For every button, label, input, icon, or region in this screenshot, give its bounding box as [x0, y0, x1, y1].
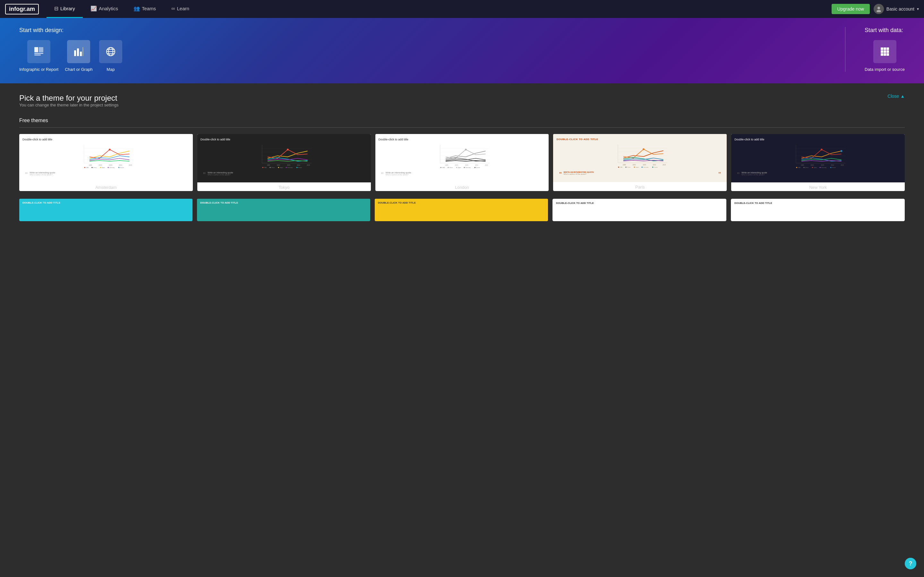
theme-card-tokyo[interactable]: Double-click to add title 1995 2000 2005… — [197, 134, 371, 191]
theme-card-partial-5[interactable]: DOUBLE-CLICK TO ADD TITLE — [731, 199, 905, 221]
start-data-label: Start with data: — [865, 27, 905, 34]
logo[interactable]: infogr.am — [5, 4, 39, 15]
svg-text:China: China — [449, 167, 453, 168]
svg-text:2015: 2015 — [307, 164, 310, 166]
new-york-name: New York — [731, 182, 905, 191]
svg-text:Germany: Germany — [821, 167, 827, 168]
svg-point-33 — [109, 149, 111, 151]
design-card-infographic[interactable]: Infographic or Report — [19, 40, 58, 72]
svg-text:2015: 2015 — [129, 164, 132, 166]
nav-item-teams[interactable]: 👥 Teams — [126, 0, 164, 18]
svg-rect-21 — [887, 53, 889, 56]
quote-text: Write an interesting quote — [29, 171, 55, 174]
svg-rect-9 — [83, 47, 83, 56]
london-quote-marks: " — [381, 171, 384, 178]
amsterdam-title: Double-click to add title — [23, 138, 190, 141]
navbar: infogr.am ⊟ Library 📈 Analytics 👥 Teams … — [0, 0, 924, 18]
svg-text:Japan: Japan — [814, 167, 817, 168]
theme-card-partial-4[interactable]: DOUBLE-CLICK TO ADD TITLE — [552, 199, 726, 221]
new-york-quote-author: Who's author of the quote? — [741, 174, 767, 176]
help-button[interactable]: ? — [905, 558, 916, 569]
paris-close-quote: " — [718, 171, 721, 177]
svg-point-121 — [821, 149, 822, 151]
theme-card-partial-1[interactable]: DOUBLE-CLICK TO ADD TITLE — [19, 199, 192, 221]
svg-text:2005: 2005 — [287, 164, 290, 166]
svg-text:2010: 2010 — [831, 164, 835, 166]
paris-name: Paris — [553, 182, 727, 191]
svg-text:2015: 2015 — [841, 164, 844, 166]
tokyo-quote-text: Write an interesting quote — [208, 171, 233, 174]
nav-item-learn[interactable]: ∞ Learn — [164, 0, 197, 18]
chart-icon-box — [67, 40, 90, 63]
svg-rect-14 — [884, 47, 886, 50]
new-york-quote-marks: " — [737, 171, 740, 178]
svg-text:1995: 1995 — [445, 164, 448, 166]
nav-item-library[interactable]: ⊟ Library — [47, 0, 83, 18]
account-name: Basic account — [887, 6, 914, 11]
analytics-label: Analytics — [99, 6, 118, 11]
theme-card-london[interactable]: Double-click to add title 1995 2000 2005… — [375, 134, 549, 191]
paris-chart: 1995 2000 2005 2010 2015 USA China — [556, 143, 724, 168]
svg-text:Japan: Japan — [457, 167, 461, 168]
design-card-map[interactable]: Map — [99, 40, 122, 72]
svg-point-56 — [262, 167, 263, 168]
svg-text:Germany: Germany — [465, 167, 470, 168]
tokyo-quote-marks: " — [203, 171, 206, 178]
theme-card-partial-3[interactable]: DOUBLE-CLICK TO ADD TITLE — [375, 199, 548, 221]
svg-text:USA: USA — [442, 167, 445, 168]
learn-label: Learn — [177, 6, 189, 11]
theme-card-paris[interactable]: DOUBLE-CLICK TO ADD TITLE 1995 2000 2005… — [553, 134, 727, 191]
svg-text:1995: 1995 — [267, 164, 270, 166]
svg-point-42 — [118, 167, 120, 168]
paris-quote: " WRITE AN INTERESTING QUOTE Who's autho… — [556, 169, 724, 179]
svg-point-64 — [296, 167, 297, 168]
help-label: ? — [909, 560, 913, 567]
design-card-chart[interactable]: Chart or Graph — [65, 40, 93, 72]
svg-point-80 — [447, 167, 449, 168]
svg-point-58 — [270, 167, 270, 168]
theme-card-partial-2[interactable]: DOUBLE-CLICK TO ADD TITLE — [197, 199, 370, 221]
project-title-area: Pick a theme for your project You can ch… — [19, 93, 119, 115]
content-area: Pick a theme for your project You can ch… — [0, 83, 924, 231]
close-label: Close — [887, 93, 899, 99]
svg-point-62 — [286, 167, 286, 168]
svg-rect-5 — [39, 47, 43, 52]
svg-rect-6 — [74, 50, 76, 56]
svg-point-125 — [803, 167, 804, 168]
svg-rect-18 — [887, 50, 889, 53]
svg-point-60 — [278, 167, 279, 168]
svg-point-86 — [474, 167, 475, 168]
svg-text:Japan: Japan — [102, 167, 105, 168]
london-quote-author: Who's author of the quote? — [386, 174, 411, 176]
svg-text:2005: 2005 — [465, 164, 468, 166]
design-card-import[interactable]: Data import or source — [865, 40, 905, 72]
svg-text:Germany: Germany — [110, 167, 115, 168]
tokyo-name: Tokyo — [197, 182, 371, 191]
svg-text:2000: 2000 — [276, 164, 280, 166]
svg-text:Japan: Japan — [279, 167, 283, 168]
start-design-label: Start with design: — [19, 27, 832, 34]
account-area[interactable]: Basic account ▾ — [874, 4, 919, 14]
teams-icon: 👥 — [134, 5, 140, 11]
tokyo-quote: " Write an interesting quote Who's autho… — [200, 169, 368, 180]
theme-card-new-york[interactable]: Double-click to add title 1995 2000 2005… — [731, 134, 905, 191]
project-header: Pick a theme for your project You can ch… — [19, 93, 905, 115]
svg-text:2000: 2000 — [633, 164, 636, 166]
tokyo-card-inner: Double-click to add title 1995 2000 2005… — [197, 134, 371, 182]
svg-text:2000: 2000 — [811, 164, 814, 166]
nav-right: Upgrade now Basic account ▾ — [832, 4, 919, 14]
svg-text:France: France — [298, 167, 302, 168]
theme-card-amsterdam[interactable]: Double-click to add title 1995 2000 2005… — [19, 134, 193, 191]
partial-theme-1-header: DOUBLE-CLICK TO ADD TITLE — [19, 199, 192, 207]
london-quote-text: Write an interesting quote — [386, 171, 411, 174]
svg-rect-3 — [34, 53, 43, 54]
svg-point-82 — [456, 167, 457, 168]
svg-text:2010: 2010 — [297, 164, 300, 166]
nav-item-analytics[interactable]: 📈 Analytics — [83, 0, 126, 18]
close-button[interactable]: Close ▲ — [887, 93, 905, 99]
upgrade-button[interactable]: Upgrade now — [832, 4, 870, 14]
svg-text:Germany: Germany — [643, 166, 648, 168]
svg-text:1995: 1995 — [89, 164, 92, 166]
project-subtitle: You can change the theme later in the pr… — [19, 103, 119, 107]
chevron-down-icon: ▾ — [917, 7, 919, 11]
